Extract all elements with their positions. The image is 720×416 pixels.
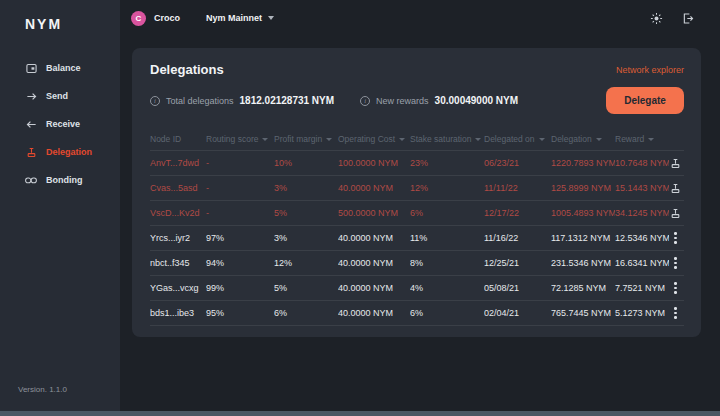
profit-margin-cell: 3% bbox=[274, 183, 338, 193]
sidebar: NYM Balance Send Receive Delegation bbox=[0, 0, 120, 416]
app-version: Version. 1.1.0 bbox=[18, 385, 67, 394]
column-header-delegation[interactable]: Delegation bbox=[551, 134, 615, 144]
delegation-cell: 117.1312 NYM bbox=[551, 233, 615, 243]
node-id-cell: VscD...Kv2d bbox=[150, 208, 206, 218]
table-row: nbct..f345 94% 12% 40.0000 NYM 8% 12/25/… bbox=[150, 250, 684, 275]
reward-cell: 5.1273 NYM bbox=[615, 308, 669, 318]
logout-icon[interactable] bbox=[681, 12, 694, 25]
kebab-menu-icon bbox=[674, 282, 677, 294]
column-header-reward[interactable]: Reward bbox=[615, 134, 669, 144]
stake-saturation-cell: 23% bbox=[410, 158, 484, 168]
horizontal-scrollbar[interactable] bbox=[0, 411, 720, 416]
redelegate-button[interactable] bbox=[669, 155, 682, 171]
chain-link-icon bbox=[25, 174, 37, 186]
sidebar-item-delegation[interactable]: Delegation bbox=[0, 138, 120, 166]
chevron-down-icon bbox=[268, 16, 274, 20]
reward-cell: 10.7648 NYM bbox=[615, 158, 669, 168]
main-area: C Croco Nym Mainnet Delegations Network … bbox=[120, 0, 720, 416]
nym-logo: NYM bbox=[0, 0, 120, 32]
kebab-menu-icon bbox=[674, 257, 677, 269]
routing-score-cell: - bbox=[206, 158, 274, 168]
table-row: AnvT...7dwd - 10% 100.0000 NYM 23% 06/23… bbox=[150, 150, 684, 175]
sidebar-item-bonding[interactable]: Bonding bbox=[0, 166, 120, 194]
page-title: Delegations bbox=[150, 62, 224, 77]
operating-cost-cell: 40.0000 NYM bbox=[338, 258, 410, 268]
delegations-table: Node ID Routing score Profit margin Oper… bbox=[150, 128, 684, 326]
new-rewards-label: New rewards bbox=[376, 96, 429, 106]
operating-cost-cell: 40.0000 NYM bbox=[338, 308, 410, 318]
stake-saturation-cell: 11% bbox=[410, 233, 484, 243]
table-row: VscD...Kv2d - 5% 500.0000 NYM 6% 12/17/2… bbox=[150, 200, 684, 225]
network-name: Nym Mainnet bbox=[206, 13, 262, 23]
delegated-on-cell: 11/16/22 bbox=[484, 233, 551, 243]
sidebar-item-label: Receive bbox=[46, 119, 80, 129]
column-header-delegated-on[interactable]: Delegated on bbox=[484, 134, 551, 144]
arrow-right-icon bbox=[25, 90, 37, 102]
delegated-on-cell: 05/08/21 bbox=[484, 283, 551, 293]
avatar: C bbox=[131, 11, 146, 26]
operating-cost-cell: 40.0000 NYM bbox=[338, 283, 410, 293]
delegate-button[interactable]: Delegate bbox=[606, 87, 684, 114]
column-header-profit-margin[interactable]: Profit margin bbox=[274, 134, 338, 144]
sidebar-item-label: Send bbox=[46, 91, 68, 101]
sort-caret-icon bbox=[262, 138, 268, 141]
delegation-cell: 1220.7893 NYM bbox=[551, 158, 615, 168]
stake-saturation-cell: 6% bbox=[410, 208, 484, 218]
summary-row: i Total delegations 1812.02128731 NYM i … bbox=[150, 87, 684, 114]
theme-sun-icon[interactable] bbox=[650, 12, 663, 25]
sidebar-item-send[interactable]: Send bbox=[0, 82, 120, 110]
delegation-tray-icon bbox=[25, 146, 37, 158]
row-menu-button[interactable] bbox=[669, 280, 682, 296]
operating-cost-cell: 500.0000 NYM bbox=[338, 208, 410, 218]
sort-caret-icon bbox=[596, 138, 602, 141]
node-id-cell: YGas...vcxg bbox=[150, 283, 206, 293]
delegation-tray-icon bbox=[670, 183, 681, 194]
delegation-cell: 231.5346 NYM bbox=[551, 258, 615, 268]
new-rewards-summary: i New rewards 30.00049000 NYM bbox=[360, 95, 518, 106]
info-icon: i bbox=[360, 96, 370, 106]
profit-margin-cell: 10% bbox=[274, 158, 338, 168]
delegated-on-cell: 02/04/21 bbox=[484, 308, 551, 318]
operating-cost-cell: 40.0000 NYM bbox=[338, 183, 410, 193]
profit-margin-cell: 5% bbox=[274, 208, 338, 218]
table-row: Cvas...5asd - 3% 40.0000 NYM 12% 11/11/2… bbox=[150, 175, 684, 200]
node-id-cell: Cvas...5asd bbox=[150, 183, 206, 193]
info-icon: i bbox=[150, 96, 160, 106]
row-menu-button[interactable] bbox=[669, 255, 682, 271]
total-delegations-summary: i Total delegations 1812.02128731 NYM bbox=[150, 95, 334, 106]
total-delegations-label: Total delegations bbox=[166, 96, 234, 106]
routing-score-cell: 99% bbox=[206, 283, 274, 293]
delegated-on-cell: 06/23/21 bbox=[484, 158, 551, 168]
reward-cell: 16.6341 NYM bbox=[615, 258, 669, 268]
reward-cell: 15.1443 NYM bbox=[615, 183, 669, 193]
profit-margin-cell: 5% bbox=[274, 283, 338, 293]
redelegate-button[interactable] bbox=[669, 205, 682, 221]
table-row: Yrcs...iyr2 97% 3% 40.0000 NYM 11% 11/16… bbox=[150, 225, 684, 250]
sidebar-item-label: Delegation bbox=[46, 147, 92, 157]
node-id-cell: AnvT...7dwd bbox=[150, 158, 206, 168]
delegation-tray-icon bbox=[670, 158, 681, 169]
column-header-routing-score[interactable]: Routing score bbox=[206, 134, 274, 144]
stake-saturation-cell: 4% bbox=[410, 283, 484, 293]
table-row: bds1...ibe3 95% 6% 40.0000 NYM 6% 02/04/… bbox=[150, 300, 684, 325]
sidebar-item-balance[interactable]: Balance bbox=[0, 54, 120, 82]
network-selector[interactable]: Nym Mainnet bbox=[206, 13, 274, 23]
node-id-cell: bds1...ibe3 bbox=[150, 308, 206, 318]
reward-cell: 12.5346 NYM bbox=[615, 233, 669, 243]
delegations-card: Delegations Network explorer i Total del… bbox=[132, 48, 701, 337]
sidebar-item-receive[interactable]: Receive bbox=[0, 110, 120, 138]
delegation-cell: 765.7445 NYM bbox=[551, 308, 615, 318]
network-explorer-link[interactable]: Network explorer bbox=[616, 65, 684, 75]
sort-caret-icon bbox=[326, 138, 332, 141]
column-header-operating-cost[interactable]: Operating Cost bbox=[338, 134, 410, 144]
kebab-menu-icon bbox=[674, 307, 677, 319]
sort-caret-icon bbox=[648, 138, 654, 141]
row-menu-button[interactable] bbox=[669, 230, 682, 246]
routing-score-cell: 95% bbox=[206, 308, 274, 318]
column-header-stake-saturation[interactable]: Stake saturation bbox=[410, 134, 484, 144]
stake-saturation-cell: 8% bbox=[410, 258, 484, 268]
table-header: Node ID Routing score Profit margin Oper… bbox=[150, 128, 684, 150]
delegated-on-cell: 11/11/22 bbox=[484, 183, 551, 193]
redelegate-button[interactable] bbox=[669, 180, 682, 196]
row-menu-button[interactable] bbox=[669, 305, 682, 321]
